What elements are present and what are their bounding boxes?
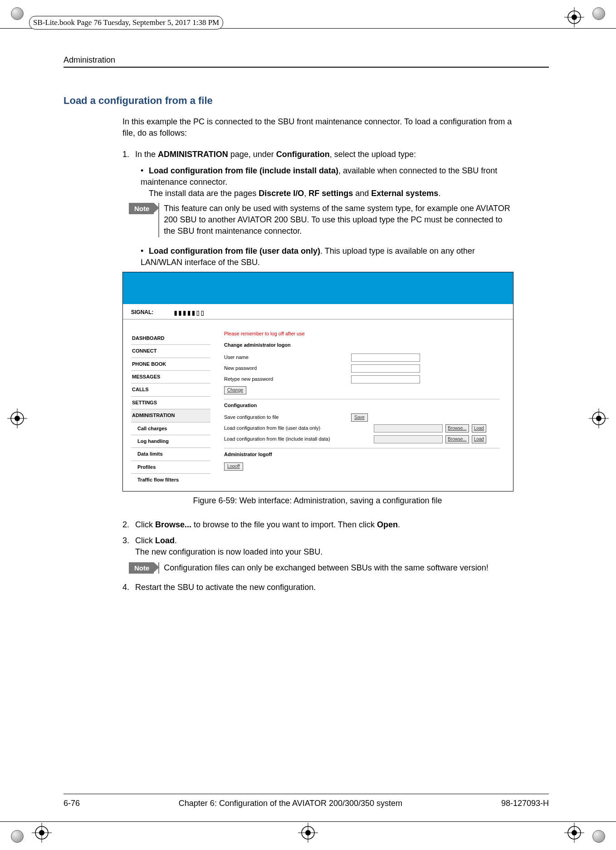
step-4: 4.Restart the SBU to activate the new co…	[122, 582, 513, 593]
nav-traffic-flow-filters[interactable]: Traffic flow filters	[131, 474, 210, 486]
retype-password-field[interactable]	[351, 375, 420, 383]
ss-label-rtpw: Retype new password	[224, 376, 351, 383]
footer-docnum: 98-127093-H	[501, 798, 549, 809]
browse-button-userdata[interactable]: Browse...	[445, 424, 469, 432]
ss-label-userdata: Load configuration from file (user data …	[224, 425, 374, 432]
ss-heading-configuration: Configuration	[224, 402, 499, 409]
nav-administration[interactable]: ADMINISTRATION	[131, 409, 210, 422]
footer-chapter: Chapter 6: Configuration of the AVIATOR …	[179, 798, 402, 809]
nav-call-charges[interactable]: Call charges	[131, 423, 210, 435]
step-3-line2: The new configuration is now loaded into…	[135, 546, 513, 558]
page-footer: 6-76 Chapter 6: Configuration of the AVI…	[64, 794, 549, 809]
note-1: Note This feature can only be used with …	[122, 203, 513, 237]
registration-mark-icon	[32, 823, 52, 843]
note-badge: Note	[129, 562, 154, 574]
note-badge: Note	[129, 203, 154, 214]
step-2: 2.Click Browse... to browse to the file …	[122, 519, 513, 531]
step-1-bullet-1: •Load configuration from file (include i…	[141, 165, 513, 200]
ss-label-save: Save configuration to file	[224, 414, 351, 421]
ss-heading-logoff: Administrator logoff	[224, 451, 499, 458]
corner-dot-tr	[592, 7, 605, 20]
step-1-number: 1.	[122, 149, 135, 160]
browse-button-install[interactable]: Browse...	[445, 435, 469, 443]
note-2-text: Configuration files can only be exchange…	[158, 562, 513, 574]
figure-caption: Figure 6-59: Web interface: Administrati…	[122, 495, 513, 506]
step-1-text: In the ADMINISTRATION page, under Config…	[135, 150, 416, 159]
signal-bars-icon: ▮▮▮▮▮▯▯	[173, 310, 205, 315]
nav-log-handling[interactable]: Log handling	[131, 435, 210, 448]
ss-divider	[224, 448, 499, 448]
nav-phone-book[interactable]: PHONE BOOK	[131, 358, 210, 371]
footer-page-number: 6-76	[64, 798, 80, 809]
bullet-icon: •	[141, 165, 149, 177]
print-header: SB-Lite.book Page 76 Tuesday, September …	[29, 16, 223, 29]
note-1-text: This feature can only be used with syste…	[158, 203, 513, 237]
step-3: 3.Click Load. The new configuration is n…	[122, 535, 513, 558]
registration-mark-icon	[298, 823, 318, 843]
nav-messages[interactable]: MESSAGES	[131, 371, 210, 383]
registration-mark-icon	[564, 7, 584, 27]
running-head: Administration	[64, 54, 549, 66]
new-password-field[interactable]	[351, 364, 420, 373]
nav-calls[interactable]: CALLS	[131, 383, 210, 396]
nav-dashboard[interactable]: DASHBOARD	[131, 332, 210, 345]
bullet-icon: •	[141, 246, 149, 257]
step-1: 1.In the ADMINISTRATION page, under Conf…	[122, 149, 513, 160]
ss-label-username: User name	[224, 354, 351, 361]
ss-label-newpw: New password	[224, 365, 351, 372]
ss-signal-label: SIGNAL:	[131, 309, 153, 315]
corner-dot-tl	[11, 7, 24, 20]
step-4-number: 4.	[122, 582, 135, 593]
ss-topbar	[123, 272, 513, 304]
file-input-install[interactable]	[374, 435, 443, 443]
corner-dot-bl	[11, 830, 24, 843]
registration-mark-icon	[589, 408, 609, 428]
step-1-bullet-1-line2: The install data are the pages Discrete …	[149, 188, 513, 199]
change-button[interactable]: Change	[224, 386, 246, 394]
corner-dot-br	[592, 830, 605, 843]
load-button-userdata[interactable]: Load	[472, 424, 486, 432]
logoff-button[interactable]: Logoff	[224, 462, 243, 471]
crop-line-bottom	[0, 821, 616, 822]
intro-paragraph: In this example the PC is connected to t…	[122, 116, 513, 139]
registration-mark-icon	[7, 408, 27, 428]
load-button-install[interactable]: Load	[472, 435, 486, 443]
ss-divider	[224, 399, 499, 399]
ss-nav: DASHBOARD CONNECT PHONE BOOK MESSAGES CA…	[123, 324, 210, 491]
nav-settings[interactable]: SETTINGS	[131, 397, 210, 409]
nav-profiles[interactable]: Profiles	[131, 461, 210, 474]
step-3-number: 3.	[122, 535, 135, 546]
nav-data-limits[interactable]: Data limits	[131, 448, 210, 461]
step-1-bullet-2: •Load configuration from file (user data…	[141, 246, 513, 268]
ss-heading-change-logon: Change administrator logon	[224, 342, 499, 349]
username-field[interactable]	[351, 354, 420, 362]
ss-main: Please remember to log off after use Cha…	[210, 324, 513, 491]
file-input-userdata[interactable]	[374, 424, 443, 432]
ss-signal-row: SIGNAL: ▮▮▮▮▮▯▯	[123, 304, 513, 319]
save-button[interactable]: Save	[351, 413, 368, 422]
admin-screenshot: SIGNAL: ▮▮▮▮▮▯▯ DASHBOARD CONNECT PHONE …	[122, 272, 513, 491]
footer-rule	[64, 794, 549, 794]
header-rule	[64, 67, 549, 68]
nav-connect[interactable]: CONNECT	[131, 345, 210, 358]
step-2-number: 2.	[122, 519, 135, 531]
ss-logoff-warning: Please remember to log off after use	[224, 330, 499, 337]
ss-label-install: Load configuration from file (include in…	[224, 436, 374, 442]
note-2: Note Configuration files can only be exc…	[122, 562, 513, 574]
step-4-text: Restart the SBU to activate the new conf…	[135, 583, 316, 592]
section-title: Load a configuration from a file	[64, 94, 549, 108]
registration-mark-icon	[564, 823, 584, 843]
